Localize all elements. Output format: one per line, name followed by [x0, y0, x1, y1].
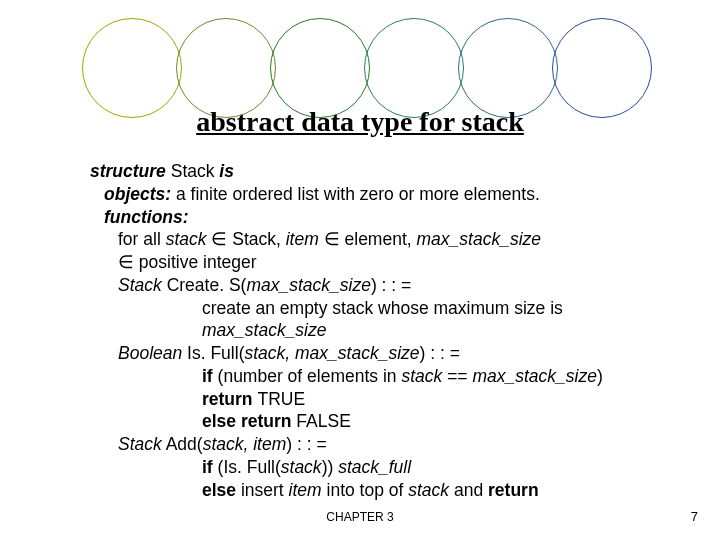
var-item: item	[286, 229, 319, 249]
txt: ) : : =	[420, 343, 460, 363]
circle-2	[176, 18, 276, 118]
line-9: Boolean Is. Full(stack, max_stack_size) …	[118, 342, 650, 365]
circle-1	[82, 18, 182, 118]
line-8: max_stack_size	[202, 319, 650, 342]
txt: into top of	[322, 480, 409, 500]
slide-title: abstract data type for stack	[0, 106, 720, 138]
txt: insert	[241, 480, 289, 500]
args: stack, max_stack_size	[244, 343, 419, 363]
txt: ) : : =	[371, 275, 411, 295]
var-stack: stack	[166, 229, 207, 249]
ret-type: Boolean	[118, 343, 182, 363]
line-3: functions:	[104, 206, 650, 229]
txt: ) : : =	[286, 434, 326, 454]
line-13: Stack Add(stack, item) : : =	[118, 433, 650, 456]
line-4: for all stack ∈ Stack, item ∈ element, m…	[118, 228, 650, 251]
line-12: else return FALSE	[202, 410, 650, 433]
line-5: ∈ positive integer	[118, 251, 650, 274]
var-item: item	[289, 480, 322, 500]
kw-return: return	[488, 480, 539, 500]
line-11: return TRUE	[202, 388, 650, 411]
txt: (Is. Full(	[213, 457, 281, 477]
line-15: else insert item into top of stack and r…	[202, 479, 650, 502]
val-true: TRUE	[257, 389, 305, 409]
kw-if: if	[202, 366, 213, 386]
txt: Add(	[162, 434, 203, 454]
var-stack: stack	[401, 366, 442, 386]
txt: ∈ element,	[319, 229, 417, 249]
line-2: objects: a finite ordered list with zero…	[104, 183, 650, 206]
line-1: structure Stack is	[90, 160, 650, 183]
line-10: if (number of elements in stack == max_s…	[202, 365, 650, 388]
var-stack: stack	[281, 457, 322, 477]
kw-if: if	[202, 457, 213, 477]
kw-objects: objects:	[104, 184, 171, 204]
var-maxsize: max_stack_size	[246, 275, 371, 295]
var-maxsize: max_stack_size	[472, 366, 597, 386]
kw-is: is	[219, 161, 234, 181]
kw-return: return	[202, 389, 257, 409]
args: stack, item	[203, 434, 287, 454]
txt: Stack	[166, 161, 220, 181]
txt: Create. S(	[162, 275, 247, 295]
line-6: Stack Create. S(max_stack_size) : : =	[118, 274, 650, 297]
kw-else: else	[202, 480, 241, 500]
val-false: FALSE	[296, 411, 350, 431]
decorative-circles	[82, 18, 646, 118]
ret-type: Stack	[118, 434, 162, 454]
line-14: if (Is. Full(stack)) stack_full	[202, 456, 650, 479]
var-stack: stack	[408, 480, 449, 500]
circle-5	[458, 18, 558, 118]
footer-chapter: CHAPTER 3	[0, 510, 720, 524]
footer-page-number: 7	[691, 509, 698, 524]
txt: ))	[322, 457, 339, 477]
circle-6	[552, 18, 652, 118]
slide-body: structure Stack is objects: a finite ord…	[90, 160, 650, 501]
var-maxsize: max_stack_size	[417, 229, 542, 249]
circle-4	[364, 18, 464, 118]
kw-structure: structure	[90, 161, 166, 181]
line-7: create an empty stack whose maximum size…	[202, 297, 650, 320]
txt: and	[449, 480, 488, 500]
circle-3	[270, 18, 370, 118]
txt: Is. Full(	[182, 343, 244, 363]
txt: ∈ Stack,	[207, 229, 286, 249]
txt: )	[597, 366, 603, 386]
txt: for all	[118, 229, 166, 249]
ret-type: Stack	[118, 275, 162, 295]
txt: ==	[442, 366, 472, 386]
txt: (number of elements in	[213, 366, 402, 386]
var-stackfull: stack_full	[338, 457, 411, 477]
kw-else-return: else return	[202, 411, 296, 431]
txt: a finite ordered list with zero or more …	[171, 184, 540, 204]
